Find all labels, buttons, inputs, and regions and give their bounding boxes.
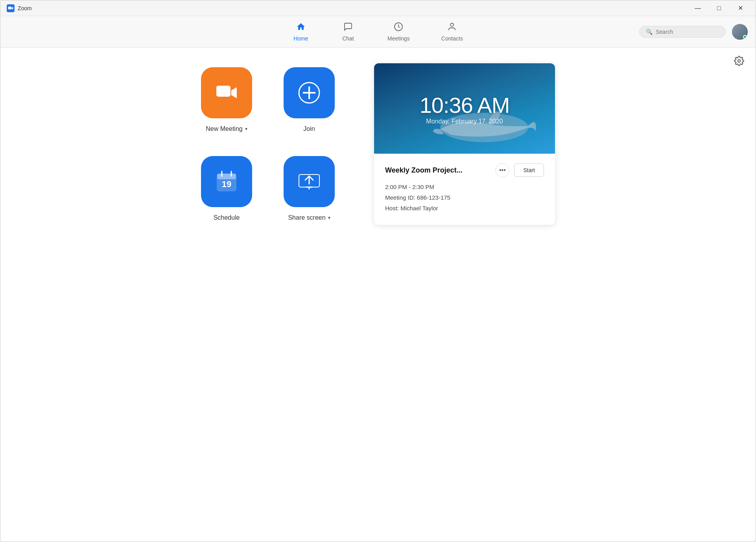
meeting-host: Host: Michael Taylor	[385, 205, 544, 211]
main-wrapper: New Meeting ▾ Join	[0, 48, 756, 241]
home-icon	[296, 22, 306, 34]
meeting-title: Weekly Zoom Project...	[385, 166, 490, 175]
share-screen-item[interactable]: Share screen ▾	[284, 156, 335, 221]
meeting-time-range: 2:00 PM - 2:30 PM	[385, 184, 544, 190]
svg-point-3	[738, 60, 741, 62]
search-box[interactable]: 🔍	[639, 26, 726, 38]
chat-icon	[343, 22, 353, 34]
app-icon	[7, 4, 15, 12]
close-button[interactable]: ✕	[731, 2, 749, 14]
meeting-id: Meeting ID: 686-123-175	[385, 194, 544, 201]
share-screen-chevron: ▾	[328, 215, 330, 220]
contacts-icon	[447, 22, 457, 34]
maximize-button[interactable]: □	[710, 2, 728, 14]
meeting-card-body: Weekly Zoom Project... ••• Start 2:00 PM…	[374, 154, 555, 225]
clock-date: Monday, February 17, 2020	[420, 118, 510, 125]
actions-grid: New Meeting ▾ Join	[201, 67, 335, 221]
new-meeting-label: New Meeting ▾	[206, 125, 247, 132]
tab-contacts[interactable]: Contacts	[433, 19, 471, 45]
nav-bar: Home Chat Meetings	[0, 16, 756, 48]
svg-rect-0	[8, 6, 11, 9]
svg-rect-4	[216, 86, 230, 97]
nav-tabs: Home Chat Meetings	[285, 19, 471, 45]
search-input[interactable]	[656, 29, 719, 35]
join-button[interactable]	[284, 67, 335, 118]
new-meeting-button[interactable]	[201, 67, 252, 118]
tab-home[interactable]: Home	[285, 19, 317, 45]
tab-meetings-label: Meetings	[387, 35, 410, 42]
main-content: New Meeting ▾ Join	[0, 48, 756, 241]
join-label: Join	[303, 125, 315, 132]
new-meeting-chevron: ▾	[245, 126, 247, 132]
meeting-more-button[interactable]: •••	[495, 163, 509, 177]
schedule-item[interactable]: 19 Schedule	[201, 156, 252, 221]
meeting-start-button[interactable]: Start	[514, 164, 544, 177]
schedule-label: Schedule	[214, 214, 240, 221]
svg-text:19: 19	[222, 179, 231, 189]
online-badge	[743, 35, 747, 39]
schedule-button[interactable]: 19	[201, 156, 252, 207]
search-icon: 🔍	[646, 29, 653, 35]
title-bar: Zoom — □ ✕	[0, 0, 756, 16]
time-display: 10:36 AM Monday, February 17, 2020	[420, 92, 510, 125]
tab-chat-label: Chat	[342, 35, 354, 42]
tab-chat[interactable]: Chat	[332, 19, 364, 45]
clock-time: 10:36 AM	[420, 92, 510, 118]
tab-home-label: Home	[293, 35, 308, 42]
nav-right: 🔍	[639, 24, 748, 40]
meetings-icon	[394, 22, 403, 34]
meeting-card-header: 10:36 AM Monday, February 17, 2020	[374, 63, 555, 154]
tab-contacts-label: Contacts	[441, 35, 463, 42]
settings-button[interactable]	[732, 54, 746, 68]
meeting-top-row: Weekly Zoom Project... ••• Start	[385, 163, 544, 177]
share-screen-button[interactable]	[284, 156, 335, 207]
new-meeting-item[interactable]: New Meeting ▾	[201, 67, 252, 132]
share-screen-label: Share screen ▾	[288, 214, 330, 221]
app-title: Zoom	[18, 5, 689, 11]
svg-point-2	[450, 23, 454, 26]
window-controls: — □ ✕	[689, 2, 749, 14]
join-item[interactable]: Join	[284, 67, 335, 132]
tab-meetings[interactable]: Meetings	[380, 19, 418, 45]
minimize-button[interactable]: —	[689, 2, 707, 14]
svg-rect-9	[217, 174, 236, 179]
meeting-card: 10:36 AM Monday, February 17, 2020 Weekl…	[374, 63, 555, 225]
avatar[interactable]	[732, 24, 748, 40]
